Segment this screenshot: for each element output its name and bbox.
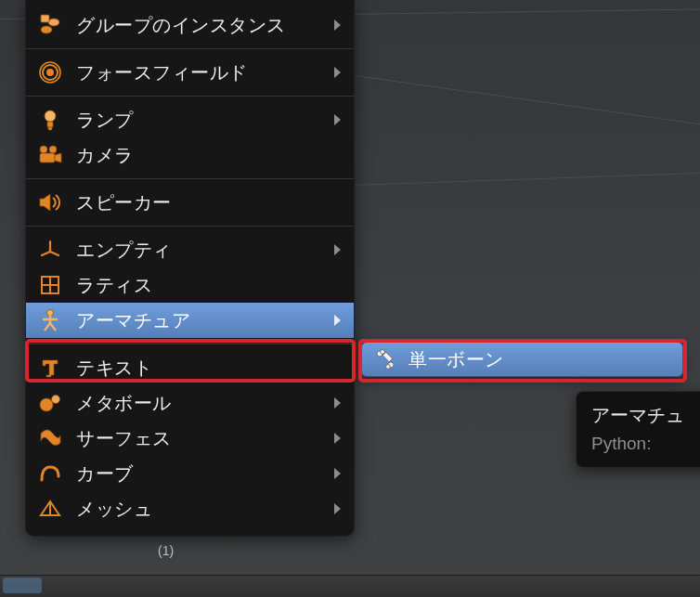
tooltip-title: アーマチュ — [591, 403, 700, 428]
svg-rect-5 — [47, 122, 53, 127]
submenu-arrow-icon — [334, 19, 341, 31]
add-menu[interactable]: グループのインスタンス フォースフィールド — [25, 0, 355, 537]
menu-item-text[interactable]: テキスト — [26, 350, 354, 385]
menu-label: ラティス — [76, 273, 152, 298]
svg-point-21 — [40, 398, 53, 411]
surface-icon — [37, 425, 63, 451]
viewport-overlay-text: (1) — [158, 543, 174, 558]
tooltip-python: Python: — [591, 434, 700, 454]
submenu-item-single-bone[interactable]: 単一ボーン — [362, 343, 682, 376]
submenu-arrow-icon — [334, 433, 341, 444]
svg-point-16 — [47, 310, 54, 317]
camera-icon — [37, 142, 63, 168]
menu-label: スピーカー — [76, 190, 172, 215]
menu-item-armature[interactable]: アーマチュア — [26, 303, 354, 338]
submenu-arrow-icon — [334, 244, 341, 255]
menu-item-lamp[interactable]: ランプ — [26, 102, 354, 137]
speaker-icon — [37, 189, 63, 215]
menu-item-speaker[interactable]: スピーカー — [26, 185, 354, 220]
grid-line — [316, 70, 700, 135]
header-bar[interactable] — [0, 575, 700, 597]
menu-label: テキスト — [76, 356, 152, 381]
svg-line-20 — [50, 323, 56, 331]
grid-line — [325, 173, 700, 187]
svg-point-1 — [48, 19, 59, 26]
menu-separator — [26, 178, 354, 179]
svg-point-27 — [386, 365, 391, 370]
mesh-icon — [37, 496, 63, 522]
menu-item-metaball[interactable]: メタボール — [26, 385, 354, 421]
armature-icon — [37, 307, 63, 333]
menu-item-group-instance[interactable]: グループのインスタンス — [26, 7, 354, 43]
svg-rect-9 — [40, 153, 55, 162]
menu-separator — [26, 226, 354, 227]
menu-item-mesh[interactable]: メッシュ — [26, 491, 354, 526]
submenu-arrow-icon — [334, 114, 341, 125]
tooltip: アーマチュ Python: — [576, 391, 700, 468]
svg-point-4 — [45, 110, 56, 122]
curve-icon — [37, 461, 63, 487]
armature-submenu[interactable]: 単一ボーン — [361, 342, 683, 377]
submenu-arrow-icon — [334, 397, 341, 409]
menu-separator — [26, 344, 354, 344]
svg-line-11 — [42, 252, 50, 255]
submenu-arrow-icon — [334, 67, 341, 78]
lamp-icon — [37, 107, 63, 133]
submenu-arrow-icon — [334, 315, 341, 326]
submenu-label: 単一ボーン — [408, 347, 504, 372]
svg-point-0 — [41, 26, 52, 33]
menu-separator — [26, 48, 354, 49]
bone-icon — [373, 347, 397, 371]
svg-point-8 — [49, 146, 57, 153]
svg-line-19 — [45, 323, 50, 331]
menu-label: エンプティ — [76, 238, 172, 263]
menu-label: メタボール — [76, 391, 172, 416]
svg-line-12 — [50, 252, 58, 255]
menu-label: グループのインスタンス — [76, 13, 286, 38]
menu-label: メッシュ — [76, 497, 152, 522]
menu-label: カメラ — [76, 143, 134, 168]
menu-item-camera[interactable]: カメラ — [26, 137, 354, 173]
svg-rect-6 — [48, 127, 52, 130]
submenu-arrow-icon — [334, 503, 341, 514]
menu-item-force-field[interactable]: フォースフィールド — [26, 55, 354, 90]
text-icon — [37, 355, 63, 381]
menu-label: アーマチュア — [76, 308, 190, 333]
svg-point-7 — [40, 146, 47, 153]
menu-separator — [26, 96, 354, 97]
menu-label: カーブ — [76, 461, 134, 487]
menu-item-surface[interactable]: サーフェス — [26, 421, 354, 456]
force-field-icon — [37, 59, 63, 85]
submenu-arrow-icon — [334, 468, 341, 479]
menu-item-curve[interactable]: カーブ — [26, 456, 354, 491]
menu-item-empty[interactable]: エンプティ — [26, 232, 354, 267]
menu-item-lattice[interactable]: ラティス — [26, 267, 354, 303]
lattice-icon — [37, 272, 63, 298]
group-instance-icon — [37, 12, 63, 38]
svg-point-22 — [52, 396, 60, 404]
empty-icon — [37, 237, 63, 263]
svg-point-25 — [381, 350, 385, 355]
metaball-icon — [37, 390, 63, 416]
svg-point-3 — [47, 70, 53, 75]
svg-rect-2 — [41, 15, 49, 22]
menu-label: ランプ — [76, 108, 134, 133]
svg-rect-28 — [382, 352, 393, 362]
menu-label: フォースフィールド — [76, 60, 248, 85]
menu-label: サーフェス — [76, 426, 172, 451]
